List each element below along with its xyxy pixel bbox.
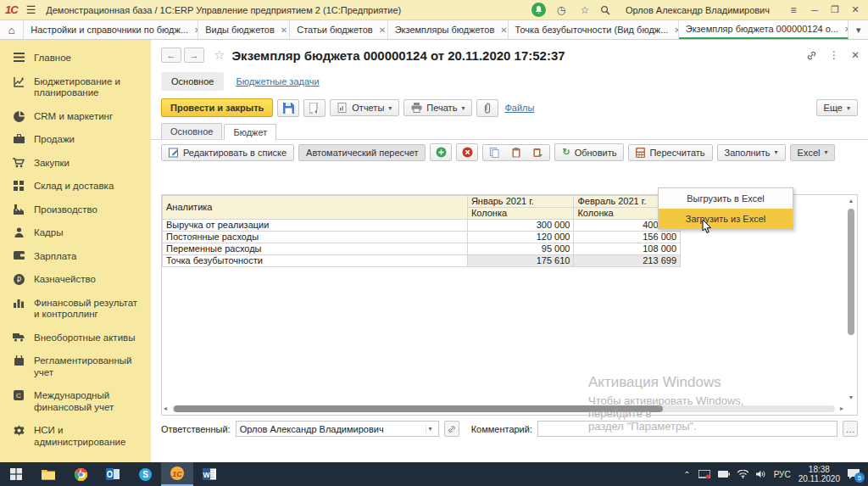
tab-budget-settings[interactable]: Настройки и справочники по бюдж...✕ — [24, 20, 198, 39]
sidebar-item-purchases[interactable]: Закупки — [0, 152, 151, 176]
table-row-revenue[interactable]: Выручка от реализации 300 000 400 000 — [163, 220, 681, 232]
subtab-main[interactable]: Основное — [161, 123, 222, 139]
navtab-main[interactable]: Основное — [161, 72, 224, 91]
paste-button[interactable] — [505, 145, 527, 160]
close-tab-icon[interactable]: ✕ — [281, 25, 287, 35]
column-subheader-jan[interactable]: Колонка — [467, 208, 574, 220]
clock[interactable]: 18:38 20.11.2020 — [798, 465, 840, 483]
recalculate-button[interactable]: Пересчитать — [628, 144, 712, 161]
delete-row-button[interactable] — [456, 143, 478, 161]
more-button[interactable]: Еще▾ — [816, 99, 858, 116]
excel-button[interactable]: Excel▾ — [790, 144, 836, 161]
table-row-variable-costs[interactable]: Переменные расходы 95 000 108 000 — [163, 243, 681, 255]
favorite-star-icon[interactable]: ☆ — [214, 47, 225, 63]
search-icon[interactable] — [600, 5, 617, 15]
language-indicator[interactable]: РУС — [774, 470, 791, 479]
start-button[interactable] — [0, 462, 32, 486]
service-menu-icon[interactable]: ≡ — [785, 4, 802, 16]
scroll-left-icon[interactable]: ◂ — [164, 405, 167, 412]
copy-button[interactable] — [483, 145, 505, 160]
reports-button[interactable]: Отчеты▾ — [330, 99, 399, 116]
skype-icon[interactable]: S — [129, 462, 161, 486]
comment-more-button[interactable]: … — [843, 421, 858, 437]
sidebar-item-treasury[interactable]: ₽ Казначейство — [0, 268, 151, 292]
history-icon[interactable]: ◷ — [553, 4, 570, 16]
file-explorer-icon[interactable] — [32, 462, 64, 486]
edit-in-list-button[interactable]: Редактировать в списке — [161, 144, 294, 161]
table-row-fixed-costs[interactable]: Постоянные расходы 120 000 156 000 — [163, 232, 681, 243]
outlook-icon[interactable] — [97, 462, 129, 486]
paste-special-button[interactable] — [527, 145, 549, 160]
tab-budget-instances[interactable]: Экземпляры бюджетов✕ — [388, 20, 509, 39]
files-link[interactable]: Файлы — [504, 103, 534, 113]
refresh-button[interactable]: ↻Обновить — [554, 143, 624, 161]
fill-button[interactable]: Заполнить▾ — [717, 144, 786, 161]
battery-icon[interactable] — [718, 471, 730, 478]
tabs-overflow-chevron-icon[interactable]: ▾ — [849, 20, 868, 39]
notifications-bell-icon[interactable] — [531, 3, 546, 17]
wifi-icon[interactable] — [737, 470, 748, 478]
1c-app-icon[interactable]: 1С — [161, 462, 193, 486]
subtab-budget[interactable]: Бюджет — [224, 124, 276, 140]
budget-table[interactable]: Аналитика Январь 2021 г. Февраль 2021 г.… — [162, 195, 681, 267]
column-header-analytics[interactable]: Аналитика — [163, 196, 468, 220]
tray-expand-icon[interactable]: ⌃ — [683, 470, 690, 479]
tray-display-icon[interactable] — [698, 470, 710, 479]
sidebar-item-ifrs[interactable]: C Международный финансовый учет — [0, 384, 151, 419]
volume-icon[interactable] — [756, 470, 766, 478]
close-tab-icon[interactable]: ✕ — [379, 25, 386, 35]
close-tab-icon[interactable]: ✕ — [500, 25, 507, 35]
menu-item-export-excel[interactable]: Выгрузить в Excel — [659, 188, 793, 209]
navtab-budget-tasks[interactable]: Бюджетные задачи — [236, 76, 319, 87]
sidebar-item-production[interactable]: Производство — [0, 198, 151, 222]
save-button[interactable] — [277, 99, 299, 117]
minimize-button[interactable]: ─ — [807, 5, 822, 15]
more-menu-icon[interactable]: ⋮ — [829, 49, 839, 61]
close-window-button[interactable]: ✕ — [848, 4, 863, 15]
tab-budget-kinds[interactable]: Виды бюджетов✕ — [198, 20, 290, 39]
sidebar-item-hr[interactable]: Кадры — [0, 221, 151, 245]
post-document-button[interactable] — [303, 99, 326, 117]
main-menu-icon[interactable]: ☰ — [26, 3, 36, 16]
attachments-button[interactable] — [476, 99, 498, 117]
current-user[interactable]: Орлов Александр Владимирович — [626, 5, 770, 15]
menu-item-import-excel[interactable]: Загрузить из Excel — [659, 209, 793, 229]
responsible-field[interactable]: Орлов Александр Владимирович ▾ — [236, 421, 439, 437]
add-row-button[interactable] — [430, 143, 452, 161]
chrome-icon[interactable] — [64, 462, 97, 486]
get-link-icon[interactable] — [806, 50, 817, 61]
column-header-jan[interactable]: Январь 2021 г. — [467, 196, 574, 208]
sidebar-item-noncurrent-assets[interactable]: Внеоборотные активы — [0, 327, 151, 350]
sidebar-item-main[interactable]: Главное — [0, 47, 151, 70]
back-button[interactable]: ← — [161, 47, 181, 63]
responsible-open-icon[interactable] — [444, 421, 459, 437]
sidebar-item-regulated-accounting[interactable]: Регламентированный учет — [0, 349, 151, 384]
home-icon[interactable]: ⌂ — [0, 20, 24, 39]
restore-button[interactable]: ❐ — [827, 4, 843, 15]
forward-button[interactable]: → — [184, 47, 204, 63]
auto-recalc-toggle[interactable]: Автоматический пересчет — [298, 144, 426, 161]
sidebar-item-budgeting[interactable]: Бюджетирование и планирование — [0, 70, 151, 105]
tab-breakeven-view[interactable]: Точка безубыточности (Вид бюдж...✕ — [509, 20, 679, 39]
sidebar-item-crm[interactable]: CRM и маркетинг — [0, 105, 151, 129]
favorites-star-icon[interactable]: ☆ — [576, 4, 593, 16]
sidebar-item-finresult[interactable]: Финансовый результат и контроллинг — [0, 292, 151, 327]
close-form-button[interactable]: ✕ — [851, 49, 860, 61]
tab-budget-instance-124[interactable]: Экземпляр бюджета 000000124 о...✕ — [679, 20, 849, 39]
print-button[interactable]: Печать▾ — [403, 99, 472, 116]
word-icon[interactable]: W — [193, 462, 225, 486]
scroll-right-icon[interactable]: ▸ — [840, 405, 843, 412]
scroll-down-icon[interactable]: ▼ — [846, 394, 856, 400]
action-center-icon[interactable]: 5 — [848, 469, 860, 479]
sidebar-item-payroll[interactable]: Зарплата — [0, 245, 151, 269]
tab-budget-items[interactable]: Статьи бюджетов✕ — [290, 20, 387, 39]
vertical-scroll-thumb[interactable] — [848, 209, 854, 335]
table-row-breakeven[interactable]: Точка безубыточности 175 610 213 699 — [163, 255, 681, 267]
responsible-dropdown-icon[interactable]: ▾ — [426, 425, 435, 433]
sidebar-item-warehouse[interactable]: Склад и доставка — [0, 175, 151, 198]
scroll-up-icon[interactable]: ▲ — [846, 198, 856, 204]
sidebar-item-sales[interactable]: Продажи — [0, 128, 151, 152]
vertical-scrollbar[interactable]: ▲ ▼ — [846, 197, 856, 401]
sidebar-item-admin[interactable]: НСИ и администрирование — [0, 419, 151, 454]
post-and-close-button[interactable]: Провести и закрыть — [161, 98, 273, 117]
